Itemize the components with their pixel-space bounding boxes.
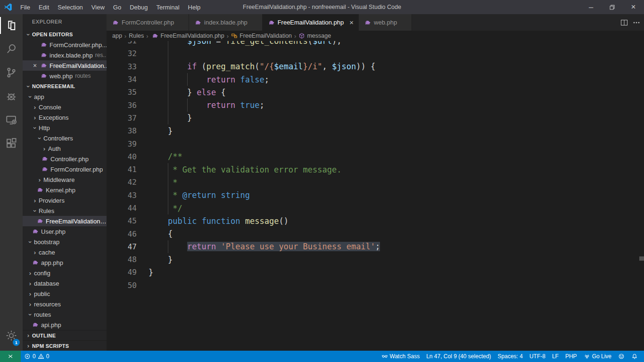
- code-line-44: 44 */: [107, 202, 644, 214]
- close-icon[interactable]: ×: [31, 62, 39, 69]
- tree-item-console[interactable]: ›Console: [23, 102, 107, 112]
- tree-item-config[interactable]: ›config: [23, 268, 107, 278]
- open-editor-item[interactable]: index.blade.phpres...: [23, 50, 107, 60]
- activitybar-remote-screen[interactable]: [0, 108, 23, 131]
- remote-indicator[interactable]: [0, 351, 21, 362]
- chevron-down-icon: ›: [32, 124, 38, 132]
- tab-label: FormController.php: [122, 19, 174, 26]
- tree-item-providers[interactable]: ›Providers: [23, 195, 107, 206]
- code-line-39: 39: [107, 137, 644, 150]
- open-editor-item[interactable]: ×FreeEmailValidation...: [23, 60, 107, 71]
- line-number: 33: [107, 62, 137, 71]
- line-number: 45: [107, 216, 137, 225]
- breadcrumb-item-message[interactable]: message: [298, 33, 331, 39]
- code-text: } else {: [149, 88, 226, 97]
- code-line-37: 37 }: [107, 112, 644, 124]
- open-editor-item[interactable]: web.phproutes: [23, 71, 107, 81]
- status-label: Go Live: [592, 353, 611, 360]
- tab-formcontroller-php[interactable]: FormController.php×: [107, 14, 189, 31]
- chevron-right-icon: ›: [25, 343, 32, 349]
- tree-item-kernel-php[interactable]: Kernel.php: [23, 185, 107, 195]
- code-editor[interactable]: 31 $json = file_get_contents($url);3233 …: [107, 41, 644, 351]
- menu-help[interactable]: Help: [184, 0, 205, 14]
- open-editor-item[interactable]: FormController.php...: [23, 40, 107, 50]
- npm-scripts-section-header[interactable]: › NPM SCRIPTS: [23, 340, 107, 351]
- outline-section-header[interactable]: › OUTLINE: [23, 330, 107, 340]
- activitybar-source-control[interactable]: [0, 61, 23, 84]
- line-number: 32: [107, 49, 137, 58]
- tab-web-php[interactable]: web.php×: [359, 14, 412, 31]
- code-text: }: [149, 268, 153, 277]
- tree-item-http[interactable]: ›Http: [23, 123, 107, 133]
- menu-edit[interactable]: Edit: [34, 0, 53, 14]
- close-button[interactable]: ×: [623, 0, 644, 14]
- status-feedback[interactable]: [615, 351, 628, 362]
- tree-item-cache[interactable]: ›cache: [23, 247, 107, 257]
- tree-item-controllers[interactable]: ›Controllers: [23, 133, 107, 143]
- open-editor-detail: routes: [75, 73, 91, 79]
- status-language[interactable]: PHP: [562, 351, 580, 362]
- breadcrumb-item-freeemailvalidation[interactable]: FreeEmailValidation: [231, 33, 292, 39]
- chevron-right-icon: ›: [26, 280, 34, 287]
- activitybar-extensions[interactable]: [0, 132, 23, 155]
- more-actions-icon[interactable]: [633, 19, 640, 26]
- split-editor-icon[interactable]: [620, 19, 628, 26]
- tab-label: web.php: [374, 19, 397, 26]
- tree-item-label: app.php: [41, 259, 63, 266]
- breadcrumb-item-app[interactable]: app: [112, 33, 122, 39]
- tree-item-label: Auth: [48, 145, 61, 152]
- indent-guide: [168, 41, 168, 47]
- status-watch-sass[interactable]: Watch Sass: [378, 351, 423, 362]
- line-number: 35: [107, 88, 137, 97]
- menu-go[interactable]: Go: [109, 0, 125, 14]
- status-cursor-position[interactable]: Ln 47, Col 9 (40 selected): [423, 351, 494, 362]
- tree-item-rules[interactable]: ›Rules: [23, 206, 107, 216]
- menu-selection[interactable]: Selection: [53, 0, 87, 14]
- project-section-header[interactable]: › NONFREEEMAIL: [23, 81, 107, 91]
- tree-item-formcontroller-php[interactable]: FormController.php: [23, 164, 107, 174]
- status-go-live[interactable]: Go Live: [580, 351, 615, 362]
- tree-item-middleware[interactable]: ›Middleware: [23, 174, 107, 185]
- problems-status[interactable]: 0 0: [21, 351, 52, 362]
- activitybar-search[interactable]: [0, 38, 23, 60]
- code-line-41: 41 * Get the validation error message.: [107, 163, 644, 176]
- settings-gear-icon[interactable]: 1: [0, 326, 23, 345]
- tree-item-app[interactable]: ›app: [23, 91, 107, 102]
- code-line-36: 36 return true;: [107, 99, 644, 111]
- status-indentation[interactable]: Spaces: 4: [495, 351, 526, 362]
- tree-item-api-php[interactable]: api.php: [23, 320, 107, 330]
- open-editors-header[interactable]: › OPEN EDITORS: [23, 29, 107, 40]
- breadcrumb-item-rules[interactable]: Rules: [129, 33, 144, 39]
- tree-item-routes[interactable]: ›routes: [23, 309, 107, 320]
- activitybar-debug[interactable]: [0, 85, 23, 107]
- minimize-button[interactable]: ─: [580, 0, 602, 14]
- breadcrumb-item-freeemailvalidation-php[interactable]: FreeEmailValidation.php: [151, 32, 224, 40]
- tree-item-user-php[interactable]: User.php: [23, 226, 107, 237]
- line-number: 34: [107, 75, 137, 84]
- tree-item-freeemailvalidation-[interactable]: FreeEmailValidation....: [23, 216, 107, 226]
- tree-item-resources[interactable]: ›resources: [23, 299, 107, 309]
- tab-close-icon[interactable]: ×: [349, 18, 354, 26]
- menu-file[interactable]: File: [16, 0, 34, 14]
- tree-item-bootstrap[interactable]: ›bootstrap: [23, 237, 107, 247]
- window-controls: ─ ×: [580, 0, 644, 14]
- tab-freeemailvalidation-php[interactable]: FreeEmailValidation.php×: [263, 14, 359, 31]
- warning-count: 0: [46, 353, 50, 360]
- menu-debug[interactable]: Debug: [125, 0, 152, 14]
- status-encoding[interactable]: UTF-8: [526, 351, 549, 362]
- tree-item-database[interactable]: ›database: [23, 278, 107, 288]
- tree-item-public[interactable]: ›public: [23, 288, 107, 299]
- activitybar-explorer[interactable]: [0, 14, 23, 37]
- tab-index-blade-php[interactable]: index.blade.php×: [189, 14, 263, 31]
- tree-item-exceptions[interactable]: ›Exceptions: [23, 112, 107, 123]
- status-notifications[interactable]: [628, 351, 641, 362]
- tree-item-controller-php[interactable]: Controller.php: [23, 154, 107, 164]
- menu-terminal[interactable]: Terminal: [152, 0, 183, 14]
- tree-item-auth[interactable]: ›Auth: [23, 143, 107, 154]
- restore-button[interactable]: [602, 0, 623, 14]
- php-icon: [41, 155, 48, 163]
- breadcrumb-separator-icon: ›: [227, 33, 229, 40]
- menu-view[interactable]: View: [87, 0, 109, 14]
- status-eol[interactable]: LF: [549, 351, 562, 362]
- tree-item-app-php[interactable]: app.php: [23, 257, 107, 268]
